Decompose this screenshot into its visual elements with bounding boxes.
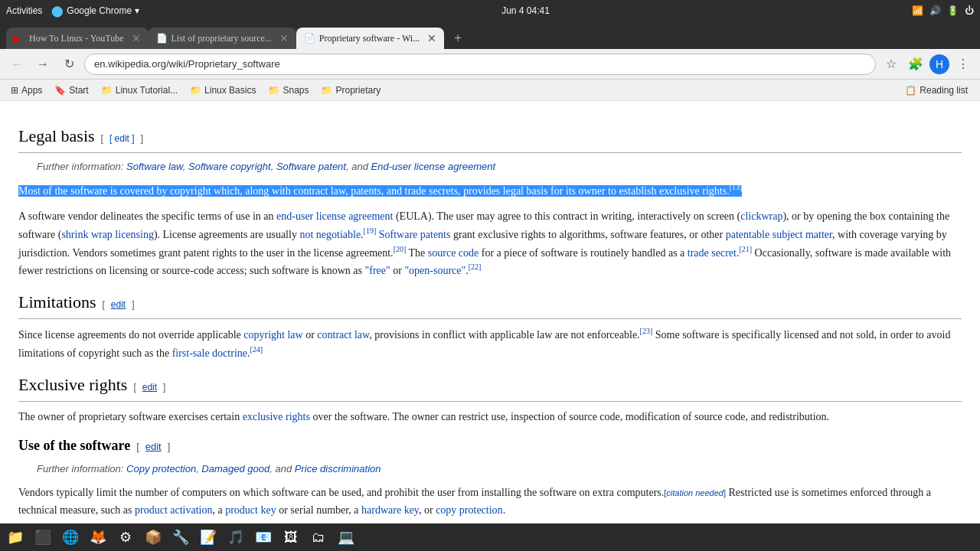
citation-needed-badge: [citation needed] (664, 488, 726, 497)
paragraph-limitations-1: Since license agreements do not override… (18, 325, 962, 362)
link-open-source[interactable]: "open-source" (404, 265, 466, 276)
link-not-negotiable[interactable]: not negotiable (299, 228, 361, 240)
activities-label[interactable]: Activities (6, 5, 42, 16)
bookmark-linux-tutorial[interactable]: 📁 Linux Tutorial... (96, 83, 182, 97)
further-info-link-software-copyright[interactable]: Software copyright (188, 161, 271, 172)
cite-24[interactable]: [24] (250, 345, 263, 354)
tab-icon-wiki: 📄 (304, 33, 315, 44)
link-copy-protection[interactable]: copy protection (436, 504, 502, 516)
link-clickwrap[interactable]: clickwrap (740, 210, 782, 222)
highlighted-paragraph: Most of the software is covered by copyr… (18, 181, 962, 200)
reading-list-button[interactable]: 📋 Reading list (899, 83, 974, 97)
bookmark-label-linux-basics: Linux Basics (204, 85, 256, 96)
toolbar-icons: ☆ 🧩 H ⋮ (880, 54, 974, 75)
further-info-link-damaged-good[interactable]: Damaged good (201, 463, 270, 474)
section-heading-use-of-software: Use of the software [ edit ] (18, 435, 962, 457)
paragraph-legal-basis-1: A software vendor delineates the specifi… (18, 207, 962, 279)
cite-19[interactable]: [19] (364, 227, 377, 235)
browser-indicator: ⬤ Google Chrome ▾ (51, 5, 139, 17)
wiki-content: Legal basis [[ edit ]] Further informati… (0, 101, 980, 523)
link-first-sale[interactable]: first-sale doctrine (172, 347, 247, 359)
cite-22[interactable]: [22] (469, 262, 482, 271)
bookmark-apps[interactable]: ⊞ Apps (6, 83, 47, 97)
forward-button[interactable]: → (32, 54, 54, 75)
bookmark-icon-proprietary: 📁 (321, 85, 332, 96)
datetime-label: Jun 4 04:41 (501, 5, 550, 16)
bookmark-snaps[interactable]: 📁 Snaps (263, 83, 313, 97)
further-info-link-eula[interactable]: End-user license agreement (371, 161, 496, 172)
bookmark-linux-basics[interactable]: 📁 Linux Basics (185, 83, 260, 97)
reload-button[interactable]: ↻ (58, 54, 80, 75)
cite-13[interactable]: [13] (730, 183, 743, 191)
edit-link-use-of-software[interactable]: edit (145, 439, 162, 455)
link-hardware-key[interactable]: hardware key (361, 504, 419, 516)
link-eula[interactable]: end-user license agreement (276, 210, 393, 222)
bookmark-label-apps: Apps (21, 85, 42, 96)
sys-tray-power: ⏻ (965, 5, 974, 16)
link-copyright-law[interactable]: copyright law (243, 329, 302, 341)
link-shrinkwrap[interactable]: shrink wrap licensing (61, 228, 154, 240)
edit-link-limitations[interactable]: edit (111, 298, 126, 312)
edit-bracket2-legal-basis: ] (141, 132, 143, 146)
tab-list-proprietary[interactable]: 📄 List of proprietary source... ✕ (149, 28, 296, 49)
tab-proprietary-software[interactable]: 📄 Proprietary software - Wi... ✕ (296, 28, 444, 49)
bookmark-label-start: Start (69, 85, 88, 96)
tab-youtube[interactable]: ▶ How To Linux - YouTube ✕ (6, 28, 149, 49)
edit-link-exclusive-rights[interactable]: edit (142, 380, 157, 395)
further-info-link-software-law[interactable]: Software law (126, 161, 183, 172)
edit-bracket-limitations: [ (102, 298, 104, 312)
browser-toolbar: ← → ↻ en.wikipedia.org/wiki/Proprietary_… (0, 49, 980, 80)
further-info-link-copy-protection[interactable]: Copy protection (126, 463, 196, 474)
cite-20[interactable]: [20] (394, 245, 407, 253)
further-info-link-price-discrimination[interactable]: Price discrimination (295, 463, 381, 474)
dropdown-arrow[interactable]: ▾ (135, 5, 139, 16)
link-exclusive-rights[interactable]: exclusive rights (243, 411, 310, 422)
sup-13: [13] (730, 183, 743, 191)
bookmarks-bar: ⊞ Apps 🔖 Start 📁 Linux Tutorial... 📁 Lin… (0, 80, 980, 101)
cite-21[interactable]: [21] (739, 245, 752, 253)
bookmark-icon-start: 🔖 (54, 85, 66, 96)
link-product-key[interactable]: product key (225, 504, 276, 516)
paragraph-use-1: Vendors typically limit the number of co… (18, 484, 962, 519)
link-contract-law[interactable]: contract law (317, 329, 369, 341)
os-topbar-left: Activities ⬤ Google Chrome ▾ (6, 5, 139, 17)
sup-21: [21] (739, 245, 752, 253)
further-info-use-of-software: Further information: Copy protection, Da… (37, 461, 962, 478)
os-topbar-center: Jun 4 04:41 (501, 5, 550, 16)
bookmark-label-proprietary: Proprietary (335, 85, 381, 96)
link-product-activation[interactable]: product activation (135, 504, 212, 516)
sys-tray-battery: 🔋 (947, 5, 959, 16)
tab-icon-list: 📄 (156, 33, 167, 44)
link-patentable[interactable]: patentable subject matter (726, 228, 832, 240)
bookmark-proprietary[interactable]: 📁 Proprietary (316, 83, 385, 97)
tab-bar: ▶ How To Linux - YouTube ✕ 📄 List of pro… (0, 21, 980, 49)
tab-close-youtube[interactable]: ✕ (132, 32, 141, 45)
tab-close-list[interactable]: ✕ (279, 32, 289, 45)
link-free[interactable]: "free" (365, 265, 390, 276)
link-trade-secret[interactable]: trade secret (688, 246, 737, 258)
os-topbar: Activities ⬤ Google Chrome ▾ Jun 4 04:41… (0, 0, 980, 21)
back-button[interactable]: ← (6, 54, 28, 75)
link-software-patents[interactable]: Software patents (379, 228, 451, 240)
section-heading-exclusive-rights: Exclusive rights [ edit ] (18, 371, 962, 402)
sys-tray-network: 📶 (912, 5, 923, 16)
sup-23: [23] (640, 327, 653, 335)
paragraph-exclusive-rights-1: The owner of proprietary software exerci… (18, 408, 962, 425)
profile-button[interactable]: H (929, 54, 949, 74)
link-source-code[interactable]: source code (428, 246, 479, 258)
further-info-link-software-patent[interactable]: Software patent (276, 161, 346, 172)
address-bar[interactable]: en.wikipedia.org/wiki/Proprietary_softwa… (84, 54, 876, 75)
edit-bracket-legal-basis: [ (101, 132, 103, 146)
edit-link-legal-basis[interactable]: [ edit ] (109, 132, 135, 146)
sys-tray-sound: 🔊 (929, 5, 941, 16)
extensions-button[interactable]: 🧩 (905, 54, 926, 75)
tab-close-wiki[interactable]: ✕ (427, 32, 436, 45)
cite-23[interactable]: [23] (640, 327, 653, 335)
bookmark-start[interactable]: 🔖 Start (50, 83, 93, 97)
section-title-legal-basis: Legal basis (18, 122, 95, 149)
reading-list-icon: 📋 (905, 85, 916, 96)
menu-button[interactable]: ⋮ (952, 54, 974, 75)
new-tab-button[interactable]: + (447, 28, 469, 49)
bookmark-star-button[interactable]: ☆ (880, 54, 902, 75)
reading-list-label: Reading list (920, 85, 968, 96)
